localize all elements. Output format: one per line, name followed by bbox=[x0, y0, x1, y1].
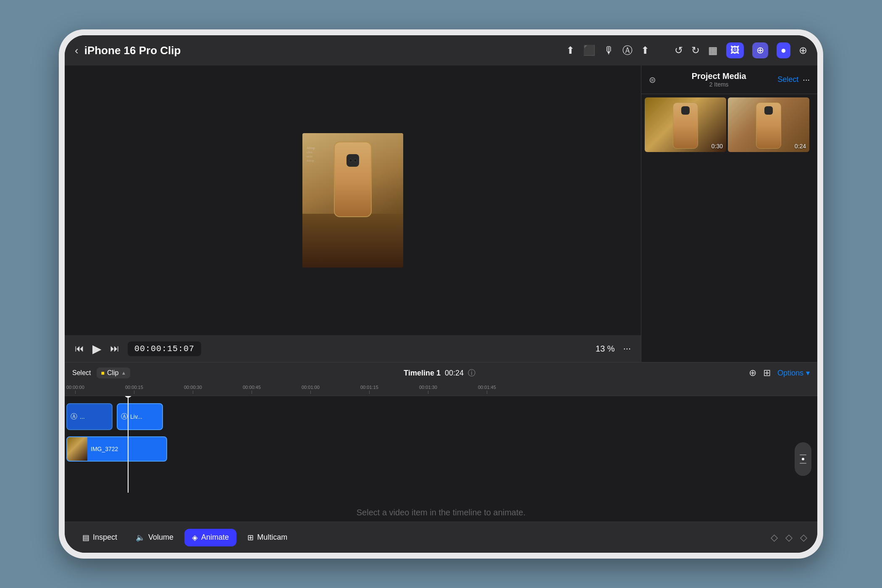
bottom-bar: ▤ Inspect 🔈 Volume ◈ Animate ⊞ Multicam … bbox=[65, 522, 817, 553]
select-label: Select bbox=[72, 369, 91, 377]
media-more-button[interactable]: ··· bbox=[803, 75, 810, 84]
preview-area: 48mp ultra wide 48mp bbox=[65, 66, 641, 335]
media-title: Project Media bbox=[660, 71, 777, 81]
back-button[interactable]: ‹ bbox=[75, 44, 79, 57]
timeline-ruler: 00:00:00 00:00:15 00:00:30 00:00:45 bbox=[65, 383, 817, 396]
volume-label: Volume bbox=[148, 533, 173, 542]
transport-bar: ⏮ ▶ ⏭ 00:00:15:07 13 % ··· bbox=[65, 335, 641, 362]
media-thumb-2[interactable]: 0:24 bbox=[728, 97, 809, 152]
playhead[interactable] bbox=[128, 396, 129, 493]
ruler-label-3: 00:00:45 bbox=[243, 385, 261, 390]
skip-forward-button[interactable]: ⏭ bbox=[110, 343, 119, 354]
transport-more-button[interactable]: ··· bbox=[623, 343, 631, 354]
inspect-icon: ▤ bbox=[82, 533, 89, 542]
tab-animate[interactable]: ◈ Animate bbox=[184, 529, 236, 546]
phone-screen-preview: 48mp ultra wide 48mp bbox=[302, 133, 403, 268]
timeline-header: Select ■ Clip ▲ Timeline 1 00:24 ⓘ ⊕ ⊞ O… bbox=[65, 362, 817, 383]
tab-inspect[interactable]: ▤ Inspect bbox=[75, 529, 125, 546]
phone-in-video bbox=[334, 142, 372, 217]
ruler-line-4 bbox=[310, 391, 311, 394]
audio-track: IMG_3722 bbox=[65, 435, 817, 463]
zoom-indicator: 13 % bbox=[596, 344, 615, 354]
ruler-mark-6: 00:01:30 bbox=[419, 385, 437, 394]
timeline-info-icon[interactable]: ⓘ bbox=[468, 368, 475, 378]
redo-icon[interactable]: ↻ bbox=[691, 45, 700, 56]
ruler-mark-3: 00:00:45 bbox=[243, 385, 261, 394]
phone-cameras bbox=[346, 154, 359, 167]
animate-area: Select a video item in the timeline to a… bbox=[65, 508, 817, 517]
ruler-line-2 bbox=[193, 391, 193, 394]
ruler-label-1: 00:00:15 bbox=[125, 385, 143, 390]
options-label: Options bbox=[777, 369, 803, 378]
clip-1-icon: Ⓐ bbox=[71, 412, 77, 421]
tab-multicam[interactable]: ⊞ Multicam bbox=[240, 529, 295, 546]
tab-volume[interactable]: 🔈 Volume bbox=[128, 529, 181, 546]
rewind-icon[interactable]: ↺ bbox=[675, 45, 683, 56]
clip-type-icon: ■ bbox=[101, 370, 104, 376]
color-icon[interactable]: ● bbox=[777, 42, 790, 58]
action-btn-2[interactable]: ◇ bbox=[785, 532, 793, 543]
top-bar: ‹ iPhone 16 Pro Clip ⬆ ⬛ 🎙 Ⓐ ⬆ ↺ ↻ ▦ 🖼 ⊕… bbox=[65, 35, 817, 66]
audio-clip[interactable]: IMG_3722 bbox=[66, 436, 167, 462]
preview-text-overlay: 48mp ultra wide 48mp bbox=[307, 146, 315, 163]
main-content: 48mp ultra wide 48mp ⏮ ▶ ⏭ 00:00:15:07 bbox=[65, 66, 817, 362]
scroll-line-2 bbox=[800, 463, 806, 464]
clip-selector[interactable]: ■ Clip ▲ bbox=[97, 368, 130, 378]
skip-back-button[interactable]: ⏮ bbox=[75, 343, 84, 354]
media-thumb-duration-2: 0:24 bbox=[795, 143, 806, 150]
face-icon[interactable]: ⊕ bbox=[752, 42, 768, 58]
project-title: iPhone 16 Pro Clip bbox=[84, 44, 566, 57]
video-clip-2[interactable]: Ⓐ Liv... bbox=[117, 403, 163, 430]
media-grid: 0:30 0:24 bbox=[641, 94, 817, 362]
mic-icon[interactable]: 🎙 bbox=[604, 45, 614, 56]
clip-1-label: ... bbox=[80, 413, 85, 420]
ruler-label-6: 00:01:30 bbox=[419, 385, 437, 390]
device-frame: ‹ iPhone 16 Pro Clip ⬆ ⬛ 🎙 Ⓐ ⬆ ↺ ↻ ▦ 🖼 ⊕… bbox=[59, 29, 823, 559]
video-track-1: Ⓐ ... Ⓐ Liv... bbox=[65, 401, 817, 432]
ruler-mark-4: 00:01:00 bbox=[302, 385, 320, 394]
scroll-thumb[interactable] bbox=[795, 442, 811, 476]
timeline-duration: 00:24 bbox=[445, 369, 464, 378]
share-icon[interactable]: ⬆ bbox=[566, 45, 575, 56]
media-thumb-1[interactable]: 0:30 bbox=[645, 97, 726, 152]
ruler-line-5 bbox=[369, 391, 370, 394]
voiceover-icon[interactable]: Ⓐ bbox=[622, 44, 633, 57]
timeline-area: Select ■ Clip ▲ Timeline 1 00:24 ⓘ ⊕ ⊞ O… bbox=[65, 362, 817, 522]
volume-icon: 🔈 bbox=[136, 533, 145, 542]
photo-icon[interactable]: 🖼 bbox=[726, 42, 744, 58]
options-button[interactable]: Options ▾ bbox=[777, 368, 810, 378]
ruler-label-2: 00:00:30 bbox=[184, 385, 202, 390]
clip-arrow-icon: ▲ bbox=[121, 370, 126, 376]
audio-clip-label: IMG_3722 bbox=[91, 446, 118, 452]
media-select-button[interactable]: Select bbox=[777, 75, 798, 84]
media-count: 2 Items bbox=[660, 81, 777, 88]
timecode-display: 00:00:15:07 bbox=[128, 341, 201, 356]
more-options-icon[interactable]: ⊕ bbox=[799, 45, 807, 56]
ruler-line-6 bbox=[428, 391, 428, 394]
magnetic-tool-icon[interactable]: ⊕ bbox=[749, 368, 756, 378]
play-button[interactable]: ▶ bbox=[92, 342, 102, 356]
playhead-handle[interactable] bbox=[124, 396, 132, 398]
ruler-mark-0: 00:00:00 bbox=[66, 385, 84, 394]
export-icon[interactable]: ⬆ bbox=[641, 45, 649, 56]
multicam-label: Multicam bbox=[257, 533, 287, 542]
animate-message: Select a video item in the timeline to a… bbox=[357, 508, 525, 517]
preview-panel: 48mp ultra wide 48mp ⏮ ▶ ⏭ 00:00:15:07 bbox=[65, 66, 641, 362]
trim-tool-icon[interactable]: ⊞ bbox=[763, 368, 771, 378]
action-btn-1[interactable]: ◇ bbox=[771, 532, 778, 543]
camera-dot-2 bbox=[354, 159, 357, 162]
camera-icon[interactable]: ⬛ bbox=[583, 45, 596, 56]
ruler-line-0 bbox=[75, 391, 76, 394]
media-browser-icon[interactable]: ▦ bbox=[708, 45, 718, 56]
ruler-line-7 bbox=[487, 391, 487, 394]
media-filter-icon[interactable]: ⊜ bbox=[649, 75, 656, 85]
timeline-tracks: Ⓐ ... Ⓐ Liv... IMG_3722 bbox=[65, 396, 817, 522]
ruler-mark-5: 00:01:15 bbox=[360, 385, 378, 394]
ruler-marks: 00:00:00 00:00:15 00:00:30 00:00:45 bbox=[66, 383, 816, 394]
top-icons: ⬆ ⬛ 🎙 Ⓐ ⬆ ↺ ↻ ▦ 🖼 ⊕ ● ⊕ bbox=[566, 42, 807, 58]
media-thumb-cameras-1 bbox=[681, 106, 690, 115]
ruler-line-1 bbox=[134, 391, 134, 394]
clip-type-label: Clip bbox=[107, 369, 119, 377]
video-clip-1[interactable]: Ⓐ ... bbox=[66, 403, 113, 430]
action-btn-3[interactable]: ◇ bbox=[800, 532, 807, 543]
